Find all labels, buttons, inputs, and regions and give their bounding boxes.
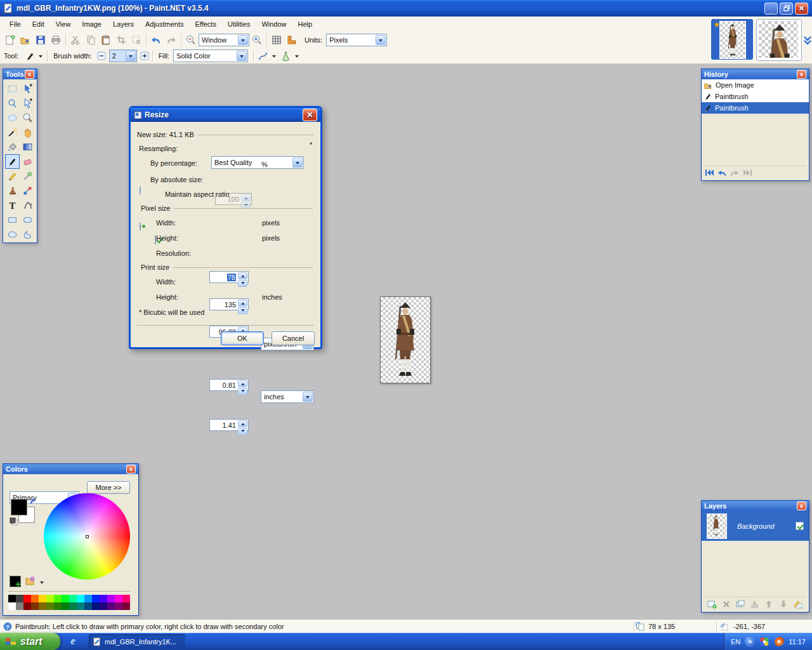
tool-color-picker[interactable] — [20, 169, 35, 183]
undo-button[interactable] — [716, 168, 728, 178]
palette-swatch[interactable] — [100, 595, 107, 602]
palette-swatch[interactable] — [54, 595, 62, 602]
palette-swatch[interactable] — [84, 602, 92, 610]
quick-launch-ie-icon[interactable]: e — [67, 635, 79, 647]
palette-swatch[interactable] — [16, 595, 23, 602]
redo-button[interactable] — [728, 168, 741, 178]
color-wheel-marker[interactable] — [86, 535, 89, 538]
tool-pan[interactable] — [20, 125, 35, 140]
tool-move-selection[interactable] — [20, 96, 35, 110]
tool-clone-stamp[interactable] — [5, 183, 20, 198]
line-curve-style-button[interactable] — [256, 49, 271, 63]
new-button[interactable] — [3, 33, 18, 47]
tool-rectangle-select[interactable] — [5, 81, 20, 96]
restore-button[interactable] — [780, 3, 793, 15]
fill-style-select[interactable]: Solid Color — [173, 50, 248, 62]
palette-swatch[interactable] — [69, 602, 77, 610]
palette-swatch[interactable] — [100, 602, 107, 610]
tool-eraser[interactable] — [20, 154, 35, 169]
tool-paint-bucket[interactable] — [5, 140, 20, 154]
palette-swatch[interactable] — [84, 595, 92, 602]
palette-swatch[interactable] — [122, 595, 130, 602]
menu-edit[interactable]: Edit — [27, 18, 50, 30]
palette-swatch[interactable] — [46, 595, 54, 602]
history-item[interactable]: Paintbrush — [702, 91, 809, 102]
palette-swatch[interactable] — [115, 595, 122, 602]
grid-button[interactable] — [269, 33, 284, 47]
delete-layer-button[interactable] — [720, 599, 733, 609]
chevron-down-icon[interactable] — [39, 55, 43, 60]
chevron-down-icon[interactable] — [272, 55, 276, 60]
swap-colors-icon[interactable] — [29, 498, 37, 507]
units-select[interactable]: Pixels — [326, 34, 387, 46]
move-layer-down-button[interactable] — [777, 599, 790, 609]
deselect-button[interactable] — [129, 33, 144, 47]
updater-tray-icon[interactable] — [774, 637, 784, 647]
tool-paintbrush[interactable] — [5, 154, 20, 169]
brush-width-increase-button[interactable] — [139, 49, 150, 63]
layer-properties-button[interactable] — [791, 599, 804, 609]
brush-width-select[interactable]: 2 — [109, 50, 137, 62]
tool-zoom[interactable] — [20, 110, 35, 125]
close-button[interactable]: ✕ — [795, 3, 808, 15]
print-width-spinner[interactable] — [238, 380, 247, 390]
menu-image[interactable]: Image — [76, 18, 107, 30]
language-indicator[interactable]: EN — [731, 638, 740, 646]
ok-button[interactable]: OK — [221, 331, 264, 345]
image-thumbnail[interactable] — [756, 19, 802, 61]
layer-row-selected[interactable]: Background — [702, 511, 809, 541]
close-icon[interactable]: ✕ — [303, 109, 317, 121]
move-layer-up-button[interactable] — [763, 599, 775, 609]
palette-swatch[interactable] — [8, 602, 16, 610]
active-tool-button[interactable] — [22, 49, 37, 63]
merge-layer-down-button[interactable] — [749, 599, 761, 609]
zoom-mode-select[interactable]: Window — [199, 34, 249, 46]
crop-button[interactable] — [114, 33, 129, 47]
width-spinner[interactable] — [238, 272, 247, 282]
pixel-width-input[interactable]: 78 — [209, 271, 249, 283]
palette-swatch[interactable] — [107, 602, 115, 610]
chevron-down-icon[interactable] — [295, 55, 299, 60]
undo-button[interactable] — [148, 33, 164, 47]
palette-swatch[interactable] — [122, 602, 130, 610]
save-button[interactable] — [33, 33, 48, 47]
tool-rectangle[interactable] — [5, 213, 20, 227]
tool-move-selected-pixels[interactable] — [20, 81, 35, 96]
palette-swatch[interactable] — [23, 595, 31, 602]
fast-forward-button[interactable] — [741, 168, 754, 178]
palette-swatch[interactable] — [77, 595, 84, 602]
print-button[interactable] — [48, 33, 63, 47]
history-item[interactable]: Open Image — [702, 79, 809, 91]
height-spinner[interactable] — [238, 300, 247, 309]
close-icon[interactable]: x — [25, 70, 34, 79]
by-percentage-radio[interactable] — [140, 186, 141, 195]
layer-visible-checkbox[interactable] — [796, 522, 804, 530]
print-unit-select[interactable]: inches — [261, 390, 314, 403]
color-wheel[interactable] — [44, 493, 130, 580]
tool-pencil[interactable] — [5, 169, 20, 183]
menu-file[interactable]: File — [4, 18, 27, 30]
tool-ellipse-select[interactable] — [5, 110, 20, 125]
close-icon[interactable]: x — [797, 501, 806, 510]
palette-swatch[interactable] — [31, 595, 39, 602]
tool-magic-wand[interactable] — [5, 125, 20, 140]
minimize-button[interactable]: _ — [764, 3, 778, 15]
open-button[interactable] — [18, 33, 33, 47]
antialiasing-button[interactable] — [278, 49, 294, 63]
print-width-input[interactable]: 0.81 — [209, 379, 249, 391]
menu-view[interactable]: View — [50, 18, 77, 30]
palette-swatch[interactable] — [92, 595, 100, 602]
menu-utilities[interactable]: Utilities — [222, 18, 256, 30]
tool-recolor[interactable] — [20, 183, 35, 198]
palette-swatch[interactable] — [92, 602, 100, 610]
tool-rounded-rectangle[interactable] — [20, 213, 35, 227]
ruler-button[interactable] — [284, 33, 299, 47]
palette-swatch[interactable] — [39, 602, 46, 610]
palette-swatch[interactable] — [23, 602, 31, 610]
taskbar-clock[interactable]: 11:17 — [789, 638, 806, 646]
palette-swatch[interactable] — [31, 602, 39, 610]
palette-swatch[interactable] — [62, 595, 69, 602]
palette-swatch[interactable] — [46, 602, 54, 610]
print-height-spinner[interactable] — [238, 420, 247, 430]
cancel-button[interactable]: Cancel — [272, 331, 315, 345]
